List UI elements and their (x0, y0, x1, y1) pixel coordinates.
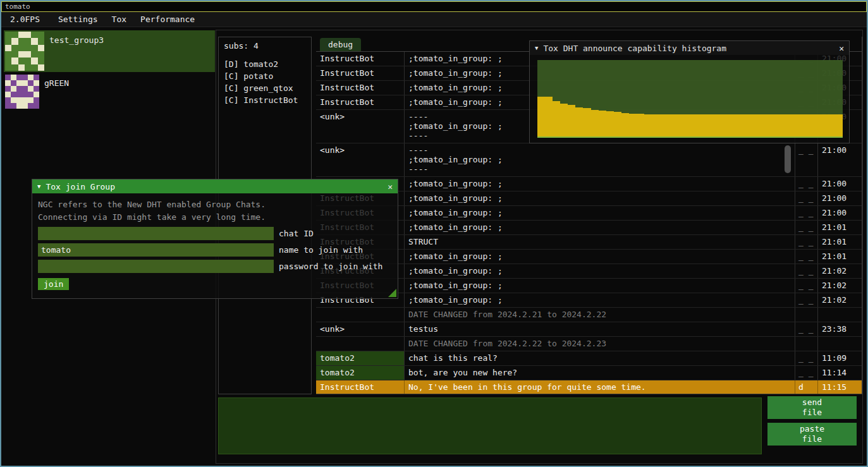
avatar-pixel (11, 75, 16, 80)
resize-grip[interactable] (388, 289, 396, 297)
message-flags: _ _ (795, 351, 817, 365)
avatar-pixel (16, 86, 22, 92)
close-icon[interactable]: ✕ (839, 44, 844, 53)
message-time: 21:01 (817, 221, 862, 234)
avatar-pixel (34, 103, 39, 109)
avatar-pixel (5, 32, 11, 38)
join-button[interactable]: join (38, 278, 69, 290)
join-info-line: NGC refers to the New DHT enabled Group … (38, 198, 392, 211)
join-window-titlebar[interactable]: ▼ Tox join Group ✕ (32, 179, 398, 193)
chat-id-input[interactable] (38, 227, 274, 240)
histogram-bar (537, 97, 545, 136)
avatar-pixel (5, 97, 11, 103)
message-text: ;tomato_in_group: ; (405, 293, 795, 307)
avatar-pixel (11, 32, 18, 38)
menu-item-performance[interactable]: Performance (133, 13, 202, 26)
avatar-pixel (11, 38, 18, 44)
message-row[interactable]: <unk>---- ;tomato_in_group: ; ----_ _21:… (316, 143, 862, 177)
avatar-pixel (28, 80, 34, 86)
window-title: tomato (5, 3, 30, 11)
histogram-window-title: Tox DHT announce capability histogram (543, 44, 726, 53)
avatar-pixel (16, 75, 22, 80)
avatar-pixel (18, 45, 25, 51)
group-list-item[interactable]: gREEN (4, 73, 215, 110)
avatar-pixel (22, 86, 28, 92)
histogram-window-titlebar[interactable]: ▼ Tox DHT announce capability histogram … (530, 41, 849, 55)
message-flags: _ _ (795, 206, 817, 220)
message-flags (795, 337, 817, 351)
member-item[interactable]: [D] tomato2 (224, 58, 306, 70)
avatar-pixel (16, 80, 22, 86)
histogram-bar (706, 114, 713, 136)
avatar-pixel (18, 38, 25, 44)
message-flags (795, 308, 817, 322)
histogram-bar (728, 114, 736, 136)
message-input[interactable] (218, 397, 762, 454)
date-separator-row[interactable]: DATE CHANGED from 2024.2.22 to 2024.2.23 (316, 337, 862, 351)
message-text: ;tomato_in_group: ; (405, 264, 795, 278)
histogram-bar (606, 111, 614, 136)
message-row[interactable]: InstructBotNo, I've been in this group f… (316, 380, 862, 394)
message-text: bot, are you new here? (405, 366, 795, 380)
histogram-bar (575, 107, 583, 136)
message-time: 21:02 (817, 293, 862, 307)
message-time: 21:01 (817, 250, 862, 264)
histogram-bar (629, 114, 637, 136)
join-info-line: Connecting via ID might take a very long… (38, 211, 392, 224)
message-text: ;tomato_in_group: ; (405, 206, 795, 220)
menu-item-tox[interactable]: Tox (105, 13, 133, 26)
member-item[interactable]: [C] InstructBot (224, 94, 306, 106)
histogram-bar (751, 114, 759, 136)
member-item[interactable]: [C] green_qtox (224, 82, 306, 94)
avatar-pixel (38, 58, 44, 64)
histogram-bar (675, 114, 682, 136)
message-flags: _ _ (795, 143, 817, 176)
message-row[interactable]: tomato2bot, are you new here?_ _11:14 (316, 366, 862, 380)
histogram-plot[interactable] (537, 60, 843, 138)
message-time: 11:14 (817, 366, 862, 380)
avatar-pixel (16, 92, 22, 97)
collapse-arrow-icon[interactable]: ▼ (535, 45, 538, 51)
avatar-pixel (22, 97, 28, 103)
chat-scrollbar[interactable] (785, 145, 791, 173)
join-name-input[interactable] (38, 243, 274, 257)
avatar-pixel (34, 80, 39, 86)
message-row[interactable]: tomato2chat is this real?_ _11:09 (316, 351, 862, 366)
avatar-pixel (31, 38, 37, 44)
member-item[interactable]: [C] potato (224, 70, 306, 82)
message-row[interactable]: <unk>testus_ _23:38 (316, 322, 862, 337)
avatar-pixel (31, 32, 37, 38)
message-author: InstructBot (316, 52, 405, 66)
date-separator-row[interactable]: DATE CHANGED from 2024.2.21 to 2024.2.22 (316, 308, 862, 322)
message-time: 23:38 (817, 322, 862, 336)
histogram-bar (614, 112, 621, 136)
close-icon[interactable]: ✕ (388, 182, 393, 191)
avatar-pixel (31, 58, 37, 64)
message-author: tomato2 (316, 351, 405, 365)
message-flags: _ _ (795, 264, 817, 278)
group-name: test_group3 (49, 35, 104, 45)
send-file-button[interactable]: send file (767, 396, 857, 419)
join-password-input[interactable] (38, 260, 274, 273)
avatar-pixel (5, 103, 11, 109)
menu-item-settings[interactable]: Settings (51, 13, 105, 26)
avatar-pixel (28, 92, 34, 97)
message-text: testus (405, 322, 795, 336)
avatar-pixel (11, 92, 16, 97)
avatar-pixel (5, 64, 11, 71)
histogram-bar (644, 114, 652, 136)
tab-debug[interactable]: debug (320, 38, 361, 51)
message-author: tomato2 (316, 366, 405, 380)
group-name: gREEN (44, 78, 69, 88)
avatar-pixel (38, 38, 44, 44)
avatar-pixel (25, 64, 31, 71)
paste-file-button[interactable]: paste file (767, 423, 857, 446)
avatar-pixel (22, 92, 28, 97)
avatar-pixel (34, 92, 39, 97)
histogram-bar (553, 101, 560, 136)
message-author: <unk> (316, 110, 405, 143)
collapse-arrow-icon[interactable]: ▼ (37, 183, 40, 190)
histogram-bar (721, 114, 728, 136)
histogram-bar (568, 105, 575, 136)
group-list-item[interactable]: test_group3 (4, 30, 215, 72)
